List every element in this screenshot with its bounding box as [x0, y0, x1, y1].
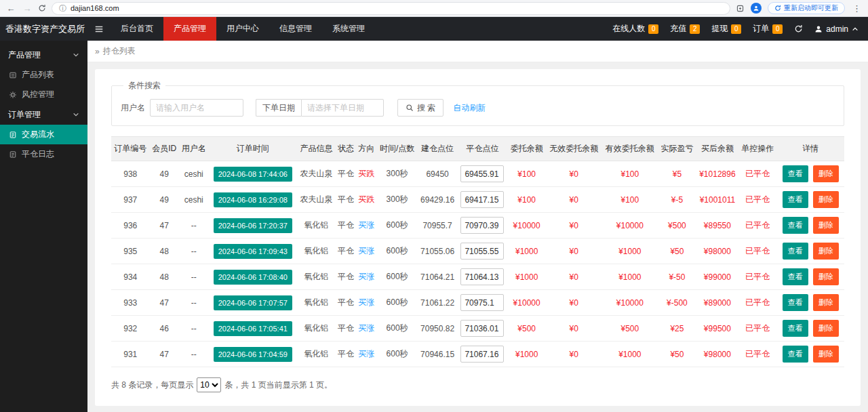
pagination-suffix: 条，共 1 页当前显示第 1 页。	[224, 379, 332, 391]
valid-entrust-cell: ¥10000	[602, 213, 658, 239]
sidebar-group-label: 订单管理	[8, 109, 41, 121]
close-point-input[interactable]	[460, 320, 504, 337]
close-point-input[interactable]	[460, 243, 504, 260]
browser-back-icon[interactable]: ←	[5, 4, 16, 13]
order-time-button[interactable]: 2024-06-06 17:04:59	[214, 347, 292, 362]
view-button[interactable]: 查看	[783, 217, 808, 234]
direction-cell: 买涨	[356, 342, 376, 367]
browser-menu-icon[interactable]: ⋮	[851, 3, 863, 14]
order-no-cell: 935	[111, 239, 150, 264]
stat-online-users[interactable]: 在线人数 0	[612, 23, 658, 35]
order-time-button[interactable]: 2024-06-06 17:08:40	[214, 270, 292, 285]
sidebar-group-products[interactable]: 产品管理	[0, 45, 87, 65]
close-point-input[interactable]	[460, 217, 504, 234]
delete-button[interactable]: 删除	[813, 346, 839, 363]
entrust-balance-cell: ¥10000	[507, 213, 546, 239]
order-time-button[interactable]: 2024-06-06 17:20:37	[214, 218, 292, 233]
view-button[interactable]: 查看	[783, 346, 808, 363]
body-row: 产品管理 产品列表 风控管理 订单管理	[0, 41, 868, 412]
status-cell: 平仓	[336, 213, 356, 239]
view-button[interactable]: 查看	[783, 268, 808, 285]
view-button[interactable]: 查看	[783, 165, 808, 182]
entrust-balance-cell: ¥100	[507, 187, 546, 213]
admin-menu[interactable]: admin	[814, 24, 859, 34]
valid-entrust-cell: ¥100	[602, 187, 658, 213]
close-point-input[interactable]	[460, 191, 504, 208]
product-cell: 氧化铝	[297, 290, 336, 316]
stat-withdraw[interactable]: 提现 0	[711, 23, 741, 35]
view-button[interactable]: 查看	[783, 294, 808, 311]
sidebar-item-trade-flow[interactable]: 交易流水	[0, 125, 87, 144]
product-cell: 氧化铝	[297, 264, 336, 290]
search-button[interactable]: 搜 索	[397, 99, 443, 117]
delete-button[interactable]: 删除	[813, 243, 839, 260]
order-time-button[interactable]: 2024-06-06 17:07:57	[214, 295, 292, 310]
invalid-entrust-cell: ¥0	[546, 316, 602, 342]
per-page-select[interactable]: 10	[197, 377, 221, 392]
sidebar-group-orders[interactable]: 订单管理	[0, 104, 87, 125]
collapse-menu-icon[interactable]	[87, 24, 111, 34]
sidebar-item-close-log[interactable]: 平仓日志	[0, 144, 87, 164]
profit-cell: ¥50	[658, 239, 696, 264]
sidebar-item-risk[interactable]: 风控管理	[0, 85, 87, 104]
site-info-icon[interactable]: ⓘ	[59, 5, 66, 12]
close-point-input[interactable]	[460, 294, 504, 311]
stat-badge: 2	[690, 24, 700, 34]
profit-cell: ¥50	[658, 342, 696, 367]
invalid-entrust-cell: ¥0	[546, 187, 602, 213]
user-icon	[814, 25, 823, 33]
delete-button[interactable]: 删除	[813, 191, 839, 208]
column-header: 详情	[777, 137, 844, 161]
invalid-entrust-cell: ¥0	[546, 290, 602, 316]
sidebar-item-product-list[interactable]: 产品列表	[0, 65, 87, 85]
open-point-cell: 71064.21	[418, 264, 458, 290]
order-time-button[interactable]: 2024-06-08 17:44:06	[214, 167, 292, 182]
admin-label: admin	[826, 24, 848, 34]
delete-button[interactable]: 删除	[813, 217, 839, 234]
view-button[interactable]: 查看	[783, 243, 808, 260]
stat-badge: 0	[648, 24, 658, 34]
nav-item-users[interactable]: 用户中心	[216, 17, 269, 41]
nav-item-products[interactable]: 产品管理	[163, 17, 216, 41]
control-status-cell: 已平仓	[738, 187, 777, 213]
nav-item-system[interactable]: 系统管理	[322, 17, 375, 41]
address-bar[interactable]: ⓘ dajian168.com	[52, 2, 730, 15]
valid-entrust-cell: ¥1000	[602, 264, 658, 290]
column-header: 平仓点位	[457, 137, 507, 161]
update-browser-button[interactable]: 重新启动即可更新	[768, 2, 845, 14]
nav-item-info[interactable]: 信息管理	[269, 17, 322, 41]
delete-button[interactable]: 删除	[813, 320, 839, 337]
balance-after-cell: ¥99500	[696, 316, 738, 342]
auto-refresh-link[interactable]: 自动刷新	[453, 102, 486, 114]
nav-item-home[interactable]: 后台首页	[111, 17, 163, 41]
delete-button[interactable]: 删除	[813, 268, 839, 285]
extension-icon[interactable]	[736, 4, 745, 13]
control-status-cell: 已平仓	[738, 290, 777, 316]
browser-forward-icon[interactable]: →	[22, 4, 33, 13]
order-time-button[interactable]: 2024-06-08 16:29:08	[214, 192, 292, 207]
valid-entrust-cell: ¥1000	[602, 342, 658, 367]
status-cell: 平仓	[336, 316, 356, 342]
stat-recharge[interactable]: 充值 2	[670, 23, 700, 35]
close-point-input[interactable]	[460, 268, 504, 285]
profile-avatar[interactable]	[751, 3, 762, 14]
column-header: 实际盈亏	[658, 137, 696, 161]
stat-orders[interactable]: 订单 0	[753, 23, 783, 35]
refresh-icon[interactable]	[794, 24, 803, 33]
delete-button[interactable]: 删除	[813, 294, 839, 311]
top-nav-items: 后台首页 产品管理 用户中心 信息管理 系统管理	[111, 17, 375, 41]
close-point-input[interactable]	[460, 346, 504, 363]
stat-label: 提现	[711, 23, 728, 35]
delete-button[interactable]: 删除	[813, 165, 839, 182]
profit-cell: ¥-50	[658, 264, 696, 290]
view-button[interactable]: 查看	[783, 191, 808, 208]
view-button[interactable]: 查看	[783, 320, 808, 337]
doc-icon	[9, 150, 17, 159]
close-point-input[interactable]	[460, 165, 504, 182]
order-time-button[interactable]: 2024-06-06 17:09:43	[214, 244, 292, 259]
username-input[interactable]	[150, 99, 243, 117]
browser-reload-icon[interactable]	[38, 4, 46, 12]
order-time-button[interactable]: 2024-06-06 17:05:41	[214, 321, 292, 336]
order-date-input[interactable]	[301, 99, 384, 117]
profit-cell: ¥25	[658, 316, 696, 342]
